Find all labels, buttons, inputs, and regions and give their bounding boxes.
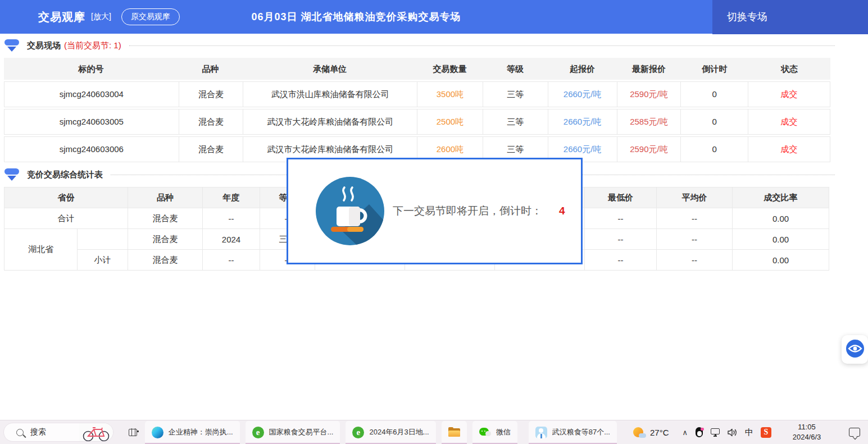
cell-countdown: 0 <box>680 137 748 162</box>
edge-browser-icon <box>152 427 163 438</box>
taskbar-item-file-explorer[interactable] <box>442 421 467 444</box>
col-latest-price: 最新报价 <box>617 58 681 80</box>
col-status: 状态 <box>748 58 830 80</box>
section1-title: 交易现场 <box>27 40 61 51</box>
cell-year: 2024 <box>203 229 260 250</box>
network-icon[interactable] <box>711 428 720 437</box>
cell-year: -- <box>203 208 260 229</box>
360-browser-icon: e <box>352 427 364 438</box>
cell-variety: 混合麦 <box>179 82 243 107</box>
col-province: 省份 <box>4 187 128 208</box>
weather-sun-icon <box>633 426 645 438</box>
col-target-id: 标的号 <box>4 58 178 80</box>
search-highlight-bike-image <box>79 423 113 442</box>
col-year: 年度 <box>203 187 260 208</box>
cell-target-id: sjmcg240603004 <box>4 82 179 107</box>
cell-min: -- <box>585 250 657 271</box>
running-indicator <box>246 443 340 444</box>
taskbar-clock[interactable]: 11:05 2024/6/3 <box>787 422 827 442</box>
col-start-price: 起报价 <box>548 58 617 80</box>
cell-quantity: 2500吨 <box>417 109 483 134</box>
session-title: 06月03日 湖北省地储粮油竞价采购交易专场 <box>0 0 712 34</box>
cell-min: -- <box>585 208 657 229</box>
cell-status: 成交 <box>748 109 830 134</box>
taskbar-item-edge[interactable]: 企业精神：崇尚执... <box>145 421 240 444</box>
search-icon <box>16 429 24 436</box>
cell-sub <box>78 229 128 250</box>
cell-province: 湖北省 <box>4 229 78 271</box>
running-indicator <box>529 443 617 444</box>
cell-variety: 混合麦 <box>128 250 203 271</box>
taskbar-item-wechat[interactable]: 微信 <box>472 421 517 444</box>
modal-message: 下一交易节即将开启，倒计时： <box>393 204 542 218</box>
running-indicator <box>346 443 435 444</box>
col-avg-price: 平均价 <box>657 187 733 208</box>
col-variety: 品种 <box>128 187 203 208</box>
cell-latest-price: 2590元/吨 <box>617 137 681 162</box>
cell-ratio: 0.00 <box>733 208 829 229</box>
cell-variety: 混合麦 <box>128 208 203 229</box>
section-marker-icon <box>4 39 19 52</box>
taskbar-weather[interactable]: 27°C <box>633 426 669 438</box>
notification-center-icon[interactable] <box>849 428 860 437</box>
ime-indicator[interactable]: 中 <box>745 427 753 438</box>
360-browser-icon: e <box>252 427 264 438</box>
cell-province: 合计 <box>4 208 128 229</box>
clock-time: 11:05 <box>787 422 827 432</box>
cell-status: 成交 <box>748 82 830 107</box>
section2-title: 竞价交易综合统计表 <box>27 170 103 180</box>
qq-icon[interactable] <box>695 427 703 437</box>
switch-session-button[interactable]: 切换专场 <box>712 0 868 34</box>
sogou-input-icon[interactable]: S <box>761 427 771 438</box>
cell-quantity: 3500吨 <box>417 82 483 107</box>
volume-icon[interactable] <box>728 428 738 437</box>
cell-start-price: 2660元/吨 <box>548 82 617 107</box>
temperature-label: 27°C <box>650 428 669 437</box>
screen: 交易观摩 [放大] 原交易观摩 06月03日 湖北省地储粮油竞价采购交易专场 切… <box>0 0 868 444</box>
contacts-app-icon <box>535 427 547 438</box>
cell-start-price: 2660元/吨 <box>548 109 617 134</box>
col-deal-ratio: 成交比率 <box>733 187 829 208</box>
floating-assistant-button[interactable] <box>842 335 868 364</box>
live-trading-table: 标的号 品种 承储单位 交易数量 等级 起报价 最新报价 倒计时 状态 sjmc… <box>4 58 830 164</box>
taskbar-item-contacts[interactable]: 武汉粮食等87个... <box>529 421 617 444</box>
modal-countdown-value: 4 <box>559 205 565 217</box>
table-row: sjmcg240603004 混合麦 武汉市洪山库粮油储备有限公司 3500吨 … <box>4 81 830 107</box>
cell-variety: 混合麦 <box>179 137 243 162</box>
taskbar-item-360-session-page[interactable]: e 2024年6月3日地... <box>346 421 435 444</box>
taskbar-search[interactable]: 搜索 <box>3 423 113 442</box>
table-row: sjmcg240603005 混合麦 武汉市大花岭库粮油储备有限公司 2500吨… <box>4 109 830 135</box>
cell-grade: 三等 <box>483 109 548 134</box>
section-live-trading: 交易现场 (当前交易节: 1) <box>4 36 835 55</box>
col-variety: 品种 <box>178 58 243 80</box>
task-view-button[interactable] <box>127 424 139 441</box>
file-explorer-icon <box>448 427 460 438</box>
cell-depot: 武汉市洪山库粮油储备有限公司 <box>243 82 417 107</box>
cell-latest-price: 2585元/吨 <box>617 109 681 134</box>
cell-variety: 混合麦 <box>179 109 243 134</box>
system-tray: ∧ 中 S 11:05 2024/6/3 <box>682 422 868 442</box>
col-countdown: 倒计时 <box>681 58 748 80</box>
cell-variety: 混合麦 <box>128 229 203 250</box>
col-depot: 承储单位 <box>243 58 417 80</box>
app-header: 交易观摩 [放大] 原交易观摩 06月03日 湖北省地储粮油竞价采购交易专场 切… <box>0 0 868 34</box>
clock-date: 2024/6/3 <box>787 432 827 442</box>
current-session-note: (当前交易节: 1) <box>64 40 121 51</box>
cell-status: 成交 <box>748 137 830 162</box>
cell-grade: 三等 <box>483 82 548 107</box>
search-label: 搜索 <box>30 427 46 437</box>
col-grade: 等级 <box>483 58 548 80</box>
col-min-price: 最低价 <box>585 187 657 208</box>
taskbar-item-360-grain-platform[interactable]: e 国家粮食交易平台... <box>246 421 340 444</box>
cell-ratio: 0.00 <box>733 229 829 250</box>
cell-ratio: 0.00 <box>733 250 829 271</box>
cell-countdown: 0 <box>680 109 748 134</box>
assistant-icon <box>846 339 865 360</box>
cell-latest-price: 2590元/吨 <box>617 82 681 107</box>
cell-avg: -- <box>657 229 733 250</box>
cell-target-id: sjmcg240603006 <box>4 137 179 162</box>
running-indicator <box>145 443 240 444</box>
tray-overflow-chevron[interactable]: ∧ <box>682 428 688 437</box>
dotted-divider <box>129 45 835 46</box>
running-indicator <box>442 443 467 444</box>
